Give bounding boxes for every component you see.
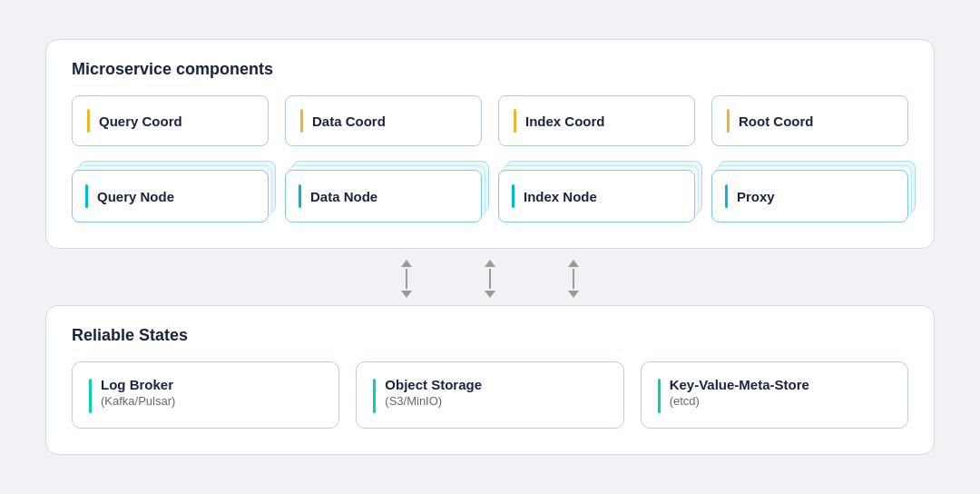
card-label: Data Coord xyxy=(312,114,386,129)
card-query-coord: Query Coord xyxy=(72,95,269,146)
arrow-head-down xyxy=(485,291,495,298)
reliable-section: Reliable States Log Broker (Kafka/Pulsar… xyxy=(45,305,935,455)
stack-layer-1: Data Node xyxy=(285,170,482,222)
arrows-row xyxy=(45,249,935,305)
card-bar-green xyxy=(89,379,92,413)
arrow-shaft xyxy=(406,269,407,289)
card-bar-cyan xyxy=(85,184,88,208)
card-title: Key-Value-Meta-Store xyxy=(670,377,809,392)
card-title: Log Broker xyxy=(101,377,175,392)
card-bar-cyan xyxy=(299,184,301,208)
components-grid: Query Coord Data Coord Index Coord Root … xyxy=(72,95,908,222)
arrow-2 xyxy=(485,260,495,298)
stack-layer-1: Index Node xyxy=(498,170,695,222)
card-label: Data Node xyxy=(310,189,377,204)
card-index-node: Index Node xyxy=(498,161,695,222)
arrow-head-down xyxy=(568,291,579,298)
card-label: Root Coord xyxy=(739,114,813,129)
reliable-title: Reliable States xyxy=(72,326,908,345)
card-text-block: Log Broker (Kafka/Pulsar) xyxy=(101,377,175,408)
card-bar-yellow xyxy=(300,109,303,133)
card-bar-green xyxy=(373,379,376,413)
card-query-node: Query Node xyxy=(72,161,269,222)
card-label: Query Node xyxy=(97,189,174,204)
card-bar-green xyxy=(658,379,661,413)
card-log-broker: Log Broker (Kafka/Pulsar) xyxy=(72,361,339,429)
card-subtitle: (etcd) xyxy=(670,394,809,408)
card-label: Proxy xyxy=(737,189,775,204)
card-data-node: Data Node xyxy=(285,161,482,222)
reliable-grid: Log Broker (Kafka/Pulsar) Object Storage… xyxy=(72,361,908,429)
card-bar-cyan xyxy=(512,184,514,208)
arrow-shaft xyxy=(573,269,574,289)
card-subtitle: (S3/MinIO) xyxy=(385,394,482,408)
card-title: Object Storage xyxy=(385,377,482,392)
card-key-value-meta-store: Key-Value-Meta-Store (etcd) xyxy=(641,361,908,429)
card-bar-yellow xyxy=(87,109,90,133)
card-bar-cyan xyxy=(725,184,728,208)
card-proxy: Proxy xyxy=(711,161,908,222)
card-label: Index Node xyxy=(524,189,597,204)
main-container: Microservice components Query Coord Data… xyxy=(45,39,935,455)
arrow-shaft xyxy=(489,269,491,289)
arrow-3 xyxy=(568,260,579,298)
card-text-block: Key-Value-Meta-Store (etcd) xyxy=(670,377,809,408)
card-root-coord: Root Coord xyxy=(711,95,908,146)
stack-layer-1: Query Node xyxy=(72,170,269,222)
card-index-coord: Index Coord xyxy=(498,95,695,146)
card-bar-yellow xyxy=(514,109,516,133)
arrow-head-down xyxy=(401,291,412,298)
stack-layer-1: Proxy xyxy=(711,170,908,222)
card-label: Index Coord xyxy=(525,114,605,129)
microservice-title: Microservice components xyxy=(72,60,908,79)
card-label: Query Coord xyxy=(99,114,182,129)
card-data-coord: Data Coord xyxy=(285,95,482,146)
arrow-head-up xyxy=(401,260,412,267)
arrow-head-up xyxy=(485,260,495,267)
card-text-block: Object Storage (S3/MinIO) xyxy=(385,377,482,408)
card-bar-yellow xyxy=(727,109,730,133)
card-object-storage: Object Storage (S3/MinIO) xyxy=(356,361,623,429)
arrow-head-up xyxy=(568,260,579,267)
arrow-1 xyxy=(401,260,412,298)
card-subtitle: (Kafka/Pulsar) xyxy=(101,394,175,408)
microservice-section: Microservice components Query Coord Data… xyxy=(45,39,935,249)
